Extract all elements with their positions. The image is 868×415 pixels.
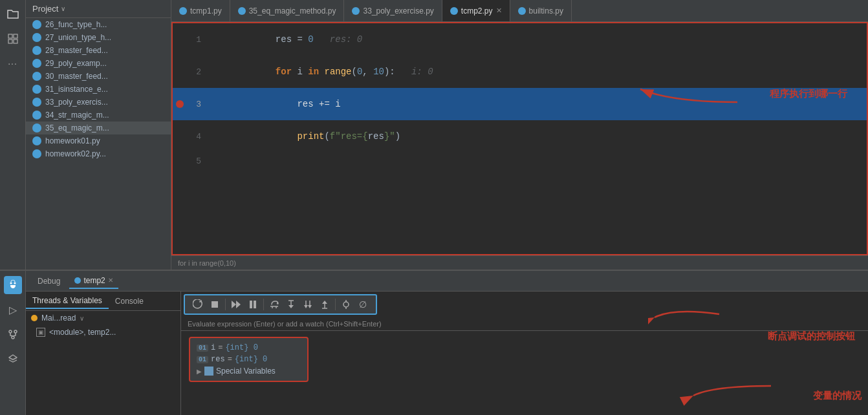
sidebar-dots-icon[interactable]: ··· — [4, 54, 22, 72]
file-panel-header[interactable]: Project ∨ — [26, 0, 171, 18]
toolbar-btn-reload[interactable] — [190, 297, 206, 312]
bottom-tab-bar: Debug temp2 ✕ — [26, 271, 868, 292]
tab-tcmp2[interactable]: tcmp2.py ✕ — [442, 0, 510, 21]
var-item-res[interactable]: 01 res = {int} 0 — [197, 354, 301, 365]
file-item-7[interactable]: 34_str_magic_m... — [26, 109, 171, 122]
file-name-6: 33_poly_exercis... — [45, 98, 108, 107]
tab-35eq[interactable]: 35_eq_magic_method.py — [230, 0, 345, 21]
toolbar-btn-step-out[interactable] — [317, 297, 332, 312]
tab-35eq-label: 35_eq_magic_method.py — [249, 6, 336, 16]
session-tab-close[interactable]: ✕ — [108, 277, 113, 284]
file-item-8[interactable]: 35_eq_magic_m... — [26, 122, 171, 134]
run-icon[interactable]: ▷ — [4, 301, 22, 319]
var-eq-i: = — [218, 343, 222, 352]
panel-tab-bar: Threads & Variables Console — [26, 292, 180, 311]
session-tab-label: temp2 — [83, 276, 105, 285]
toolbar-btn-run-cursor[interactable] — [338, 297, 354, 312]
toolbar-btn-resume[interactable] — [228, 297, 244, 312]
svg-rect-0 — [8, 34, 12, 38]
file-name-1: 27_union_type_h... — [45, 33, 111, 42]
file-item-9[interactable]: homework01.py — [26, 134, 171, 147]
editor-section: tcmp1.py 35_eq_magic_method.py 33_poly_e… — [171, 0, 868, 270]
file-name-2: 28_master_feed... — [45, 46, 108, 55]
svg-marker-12 — [236, 301, 241, 308]
variable-arrow-svg — [674, 363, 803, 409]
tab-33poly-label: 33_poly_exercise.py — [363, 6, 433, 16]
toolbar-btn-step-into[interactable] — [283, 297, 299, 312]
file-name-0: 26_func_type_h... — [45, 20, 107, 29]
panel-left: Threads & Variables Console Mai...read ∨ — [26, 292, 181, 415]
tab-33poly[interactable]: 33_poly_exercise.py — [344, 0, 442, 21]
code-editor[interactable]: 1 res = 0 res: 0 2 for i in range(0, 10)… — [171, 22, 868, 255]
code-line-2: 2 for i in range(0, 10): i: 0 — [173, 56, 867, 88]
bottom-panel-content: Threads & Variables Console Mai...read ∨ — [26, 292, 868, 415]
toolbar-btn-step-over[interactable] — [266, 297, 282, 312]
line-content-3: res += i — [208, 89, 867, 120]
tab-tcmp1-label: tcmp1.py — [190, 6, 222, 16]
file-list: 26_func_type_h... 27_union_type_h... 28_… — [26, 18, 171, 270]
tab-builtins-label: builtins.py — [529, 6, 563, 16]
breakpoint-indicator[interactable] — [173, 100, 187, 108]
toolbar-btn-pause[interactable] — [245, 297, 261, 312]
toolbar-btn-clear[interactable]: ∅ — [355, 297, 371, 312]
thread-chevron: ∨ — [80, 315, 84, 322]
thread-item[interactable]: Mai...read ∨ — [26, 311, 180, 325]
file-name-5: 31_isinstance_e... — [45, 85, 108, 94]
svg-point-7 — [9, 330, 12, 333]
sidebar-folder-icon[interactable] — [4, 5, 22, 23]
toolbar-btn-step-into-2[interactable] — [300, 297, 316, 312]
line-num-4: 4 — [187, 132, 208, 142]
var-name-res: res — [211, 355, 225, 364]
var-type-i: 01 — [197, 345, 208, 352]
file-name-4: 30_master_feed... — [45, 72, 108, 81]
debug-icon[interactable] — [4, 276, 22, 294]
file-item-1[interactable]: 27_union_type_h... — [26, 31, 171, 44]
file-name-3: 29_poly_examp... — [45, 59, 107, 68]
file-item-2[interactable]: 28_master_feed... — [26, 44, 171, 57]
left-sidebar: ··· — [0, 0, 26, 270]
svg-marker-23 — [304, 305, 308, 308]
expand-chevron: ▶ — [197, 368, 202, 375]
bottom-section: ▷ Debug temp2 ✕ — [0, 270, 868, 415]
layers-icon[interactable] — [4, 350, 22, 368]
stack-frame-name: <module>, temp2... — [49, 328, 116, 337]
file-item-6[interactable]: 33_poly_exercis... — [26, 96, 171, 109]
svg-point-6 — [14, 282, 16, 284]
special-vars-item[interactable]: ▶ Special Variables — [197, 365, 301, 377]
line-num-3: 3 — [187, 100, 208, 109]
debug-toolbar-row: ∅ — [184, 294, 377, 315]
project-chevron: ∨ — [61, 5, 65, 12]
svg-point-8 — [14, 330, 17, 333]
tab-tcmp1[interactable]: tcmp1.py — [171, 0, 230, 21]
file-item-5[interactable]: 31_isinstance_e... — [26, 83, 171, 96]
file-name-9: homework01.py — [45, 136, 100, 145]
debug-tab[interactable]: Debug — [31, 274, 67, 288]
project-label: Project — [32, 4, 58, 14]
var-type-res: 01 — [197, 356, 208, 363]
svg-rect-3 — [14, 39, 17, 43]
svg-rect-2 — [8, 39, 12, 43]
svg-rect-14 — [254, 301, 256, 308]
variables-popup: 01 i = {int} 0 01 res = {int} 0 — [189, 337, 309, 382]
tab-builtins[interactable]: builtins.py — [510, 0, 572, 21]
toolbar-btn-stop[interactable] — [207, 297, 222, 312]
git-icon[interactable] — [4, 325, 22, 343]
tab-tcmp2-close[interactable]: ✕ — [496, 6, 502, 15]
file-item-4[interactable]: 30_master_feed... — [26, 70, 171, 83]
tab-threads-variables[interactable]: Threads & Variables — [26, 293, 109, 309]
line-num-5: 5 — [187, 156, 208, 166]
file-name-8: 35_eq_magic_m... — [45, 123, 109, 133]
session-tab[interactable]: temp2 ✕ — [69, 273, 118, 289]
file-item-10[interactable]: homework02.py... — [26, 147, 171, 160]
file-item-3[interactable]: 29_poly_examp... — [26, 57, 171, 70]
toolbar-sep-2 — [263, 299, 264, 310]
code-line-1: 1 res = 0 res: 0 — [173, 23, 867, 56]
eval-bar[interactable]: Evaluate expression (Enter) or add a wat… — [181, 317, 868, 331]
var-item-i[interactable]: 01 i = {int} 0 — [197, 342, 301, 354]
svg-marker-24 — [308, 305, 312, 308]
stack-frame-item[interactable]: ▣ <module>, temp2... — [26, 325, 180, 339]
sidebar-grid-icon[interactable] — [4, 30, 22, 48]
file-item-0[interactable]: 26_func_type_h... — [26, 18, 171, 31]
var-val-res: {int} 0 — [235, 355, 267, 364]
tab-console[interactable]: Console — [109, 294, 150, 308]
